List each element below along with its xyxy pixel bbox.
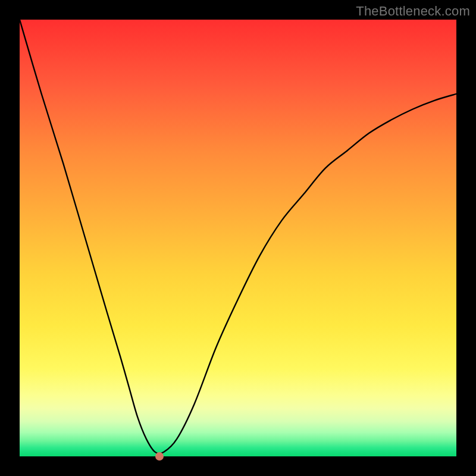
watermark-text: TheBottleneck.com bbox=[356, 4, 470, 19]
bottleneck-curve bbox=[20, 20, 456, 456]
optimum-marker bbox=[155, 452, 164, 461]
chart-frame: TheBottleneck.com bbox=[0, 0, 476, 476]
plot-area bbox=[20, 20, 456, 456]
